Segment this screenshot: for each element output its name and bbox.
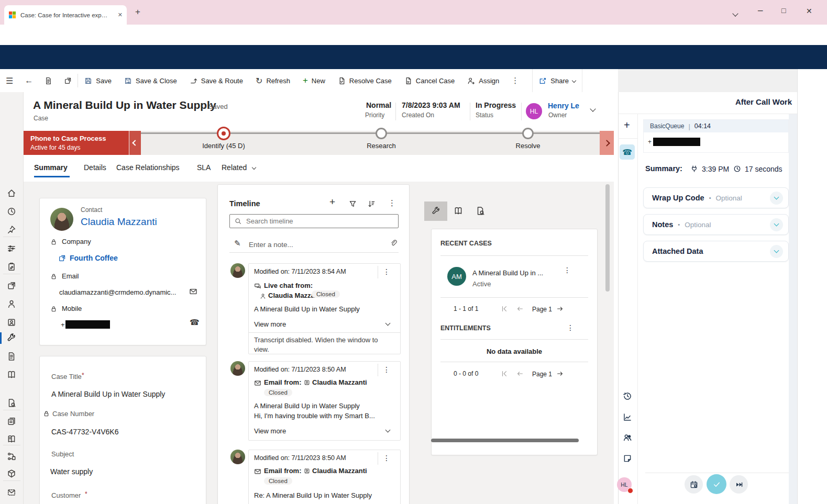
knowledge-tab-icon[interactable] bbox=[454, 206, 463, 216]
email-engagement-icon[interactable] bbox=[7, 488, 16, 497]
assign-button[interactable]: Assign bbox=[461, 69, 505, 92]
entry-more-icon[interactable]: ⋮ bbox=[383, 365, 390, 374]
search-knowledge-tab-icon[interactable] bbox=[476, 206, 485, 216]
tab-case-relationships[interactable]: Case Relationships bbox=[116, 163, 180, 172]
bpf-next-stage-button[interactable] bbox=[600, 131, 614, 155]
tab-details[interactable]: Details bbox=[84, 163, 106, 172]
home-icon[interactable] bbox=[7, 188, 16, 198]
owner-name-link[interactable]: Henry Le bbox=[548, 102, 579, 110]
save-button[interactable]: Save bbox=[78, 69, 118, 92]
send-email-icon[interactable] bbox=[189, 287, 197, 296]
owner-avatar[interactable]: HL bbox=[526, 103, 542, 119]
connections-icon[interactable] bbox=[7, 452, 16, 461]
bpf-stage-resolve-label[interactable]: Resolve bbox=[497, 142, 559, 150]
company-value-link[interactable]: Fourth Coffee bbox=[70, 254, 118, 262]
browser-tab[interactable]: Case: Case for Interactive experie ✕ bbox=[4, 5, 127, 25]
pinned-icon[interactable] bbox=[7, 225, 16, 234]
products-icon[interactable] bbox=[7, 469, 16, 478]
record-scrollbar[interactable] bbox=[605, 184, 610, 292]
notes-accordion[interactable]: Notes • Optional bbox=[643, 214, 789, 235]
more-commands-icon[interactable]: ⋮ bbox=[505, 69, 525, 92]
share-button[interactable]: Share bbox=[532, 69, 582, 92]
knowledge-base-icon[interactable] bbox=[7, 434, 16, 444]
entry-subject[interactable]: A Mineral Build Up in Water Supply bbox=[254, 305, 360, 313]
timeline-expand-icon[interactable] bbox=[368, 200, 376, 208]
queues-icon[interactable] bbox=[7, 352, 16, 361]
save-close-button[interactable]: Save & Close bbox=[118, 69, 183, 92]
window-dropdown-icon[interactable] bbox=[733, 9, 737, 17]
entry-more-icon[interactable]: ⋮ bbox=[383, 267, 390, 276]
previous-page-icon[interactable] bbox=[516, 370, 524, 377]
first-page-icon[interactable] bbox=[501, 305, 508, 312]
social-profiles-icon[interactable] bbox=[7, 318, 16, 327]
bpf-stage-resolve-marker[interactable] bbox=[522, 128, 534, 139]
enter-note-field[interactable]: Enter a note... bbox=[249, 241, 293, 249]
cancel-case-button[interactable]: Cancel Case bbox=[398, 69, 461, 92]
contacts-directory-icon[interactable] bbox=[623, 433, 632, 442]
entitlements-more-icon[interactable]: ⋮ bbox=[567, 323, 574, 332]
tab-close-icon[interactable]: ✕ bbox=[118, 12, 123, 18]
tab-related-cases-tool[interactable] bbox=[424, 201, 447, 221]
window-maximize-button[interactable]: □ bbox=[781, 6, 786, 15]
activities-icon[interactable] bbox=[7, 262, 16, 272]
knowledge-search-icon[interactable] bbox=[7, 398, 16, 408]
bpf-stage-identify-label[interactable]: Identify (45 D) bbox=[184, 142, 263, 150]
schedule-followup-button[interactable] bbox=[685, 475, 703, 494]
timeline-entry-livechat[interactable]: Modified on: 7/11/2023 8:54 AM ⋮ Live ch… bbox=[248, 263, 401, 354]
entry-subject[interactable]: Re: A Mineral Build Up in Water Supply bbox=[254, 491, 372, 499]
recent-case-title[interactable]: A Mineral Build Up in ... bbox=[472, 269, 543, 277]
bpf-stage-identify-marker[interactable] bbox=[217, 127, 230, 140]
knowledge-articles-icon[interactable] bbox=[7, 370, 16, 379]
entry-subject[interactable]: A Mineral Build Up in Water Supply bbox=[254, 402, 360, 410]
email-templates-icon[interactable] bbox=[7, 417, 16, 426]
dashboards-icon[interactable] bbox=[7, 244, 16, 253]
attached-data-accordion[interactable]: Attached Data bbox=[643, 241, 789, 262]
active-call-session-tab[interactable]: ☎ bbox=[620, 144, 635, 160]
cases-icon[interactable] bbox=[7, 333, 16, 343]
tab-sla[interactable]: SLA bbox=[197, 163, 211, 172]
view-more-link[interactable]: View more bbox=[254, 320, 286, 328]
recent-clock-icon[interactable] bbox=[7, 207, 16, 216]
call-phone-icon[interactable]: ☎ bbox=[190, 318, 200, 327]
timeline-entry-email-1[interactable]: Modified on: 7/11/2023 8:50 AM ⋮ Email f… bbox=[248, 361, 401, 441]
new-tab-button[interactable]: + bbox=[135, 7, 140, 17]
case-title-value[interactable]: A Mineral Build Up in Water Supply bbox=[51, 390, 165, 398]
view-more-chevron-icon[interactable] bbox=[385, 428, 391, 433]
attach-file-icon[interactable] bbox=[390, 239, 398, 247]
entry-more-icon[interactable]: ⋮ bbox=[383, 454, 390, 462]
sitemap-menu-icon[interactable]: ☰ bbox=[0, 69, 19, 92]
add-session-icon[interactable]: + bbox=[624, 119, 630, 131]
contacts-icon[interactable] bbox=[7, 299, 16, 309]
search-timeline-input[interactable] bbox=[245, 217, 398, 226]
horizontal-scrollbar[interactable] bbox=[431, 439, 579, 442]
bpf-stage-research-marker[interactable] bbox=[376, 128, 387, 139]
notes-panel-icon[interactable] bbox=[623, 454, 632, 463]
view-more-link[interactable]: View more bbox=[254, 427, 286, 435]
contact-name-link[interactable]: Claudia Mazzanti bbox=[81, 216, 157, 228]
view-more-chevron-icon[interactable] bbox=[385, 321, 391, 326]
wrap-up-code-accordion[interactable]: Wrap Up Code • Optional bbox=[643, 187, 789, 208]
tab-summary[interactable]: Summary bbox=[34, 163, 68, 172]
email-value[interactable]: claudiamazzanti@crmdemo.dynamic... bbox=[59, 288, 176, 296]
form-selector-icon[interactable] bbox=[39, 69, 58, 92]
previous-page-icon[interactable] bbox=[516, 305, 524, 312]
bpf-prev-stage-button[interactable] bbox=[129, 131, 141, 155]
refresh-button[interactable]: ↻ Refresh bbox=[249, 69, 296, 92]
complete-acw-button[interactable] bbox=[707, 474, 726, 494]
entry-person[interactable]: Claudia Mazzanti bbox=[312, 467, 367, 475]
popout-record-icon[interactable] bbox=[58, 69, 78, 92]
timeline-filter-icon[interactable] bbox=[349, 200, 357, 208]
recent-case-more-icon[interactable]: ⋮ bbox=[564, 266, 571, 274]
first-page-icon[interactable] bbox=[501, 370, 508, 377]
timeline-add-icon[interactable]: + bbox=[329, 196, 335, 208]
subject-value[interactable]: Water supply bbox=[50, 467, 93, 476]
next-page-icon[interactable] bbox=[556, 370, 564, 377]
timeline-entry-email-2[interactable]: Modified on: 7/11/2023 8:50 AM ⋮ Email f… bbox=[248, 450, 401, 504]
window-close-button[interactable]: ✕ bbox=[806, 7, 812, 15]
save-route-button[interactable]: Save & Route bbox=[183, 69, 249, 92]
tab-related[interactable]: Related bbox=[222, 163, 247, 172]
analytics-icon[interactable] bbox=[623, 412, 632, 422]
chevron-down-icon[interactable] bbox=[770, 218, 783, 231]
new-button[interactable]: + New bbox=[296, 69, 332, 92]
history-icon[interactable] bbox=[623, 391, 632, 401]
